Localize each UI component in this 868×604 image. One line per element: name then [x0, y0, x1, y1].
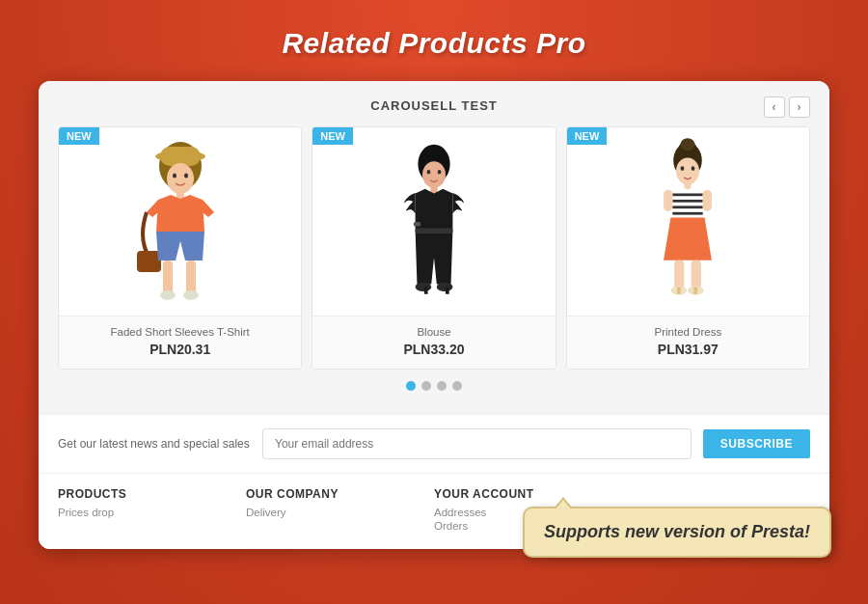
product-image-1: NEW: [59, 127, 301, 316]
svg-rect-34: [664, 189, 672, 210]
svg-point-20: [437, 282, 453, 290]
svg-rect-36: [674, 260, 684, 288]
svg-point-13: [422, 161, 446, 188]
product-image-3: NEW: [567, 127, 809, 316]
product-name-2: Blouse: [320, 326, 547, 338]
newsletter-section: Get our latest news and special sales SU…: [39, 414, 829, 473]
main-card: CAROUSELL TEST ‹ › NEW: [39, 81, 829, 549]
svg-point-28: [692, 166, 695, 171]
svg-point-26: [676, 157, 699, 184]
dot-4[interactable]: [452, 381, 462, 391]
product-info-1: Faded Short Sleeves T-Shirt PLN20.31: [59, 316, 301, 369]
svg-point-27: [681, 166, 685, 171]
svg-point-19: [416, 282, 432, 290]
svg-point-11: [183, 290, 199, 300]
svg-rect-8: [163, 261, 173, 294]
presta-badge: Supports new version of Presta!: [523, 507, 831, 558]
products-grid: NEW: [58, 126, 810, 370]
svg-rect-41: [694, 287, 698, 293]
svg-rect-9: [186, 261, 196, 294]
product-card-3[interactable]: NEW: [566, 126, 810, 370]
svg-point-14: [427, 170, 431, 175]
svg-point-25: [681, 138, 695, 151]
footer-col-products: PRODUCTS Prices drop: [58, 487, 246, 534]
footer-link-prices-drop[interactable]: Prices drop: [58, 507, 246, 518]
dot-1[interactable]: [406, 381, 416, 391]
product-name-3: Printed Dress: [575, 326, 801, 338]
footer-col-account-title: YOUR ACCOUNT: [434, 487, 622, 501]
product-svg-1: [118, 127, 243, 316]
new-badge-2: NEW: [312, 127, 353, 145]
svg-rect-7: [137, 251, 161, 272]
carousel-title: CAROUSELL TEST: [370, 98, 498, 113]
svg-rect-18: [414, 222, 420, 227]
product-card-2[interactable]: NEW: [312, 126, 556, 370]
new-badge-3: NEW: [567, 127, 608, 145]
email-input[interactable]: [262, 428, 692, 459]
svg-rect-33: [673, 211, 703, 214]
subscribe-button[interactable]: SUBSCRIBE: [703, 429, 810, 458]
product-svg-2: [376, 127, 492, 316]
footer-link-delivery[interactable]: Delivery: [246, 507, 434, 518]
product-info-3: Printed Dress PLN31.97: [567, 316, 809, 369]
carousel-navigation: ‹ ›: [764, 96, 810, 118]
svg-rect-22: [446, 287, 449, 293]
product-name-1: Faded Short Sleeves T-Shirt: [67, 326, 293, 338]
svg-point-4: [173, 173, 176, 178]
product-image-2: NEW: [312, 127, 555, 316]
carousel-dots: [58, 370, 810, 398]
product-info-2: Blouse PLN33.20: [312, 316, 555, 369]
footer-col-company: OUR COMPANY Delivery: [246, 487, 434, 534]
svg-rect-37: [692, 260, 701, 288]
product-price-2: PLN33.20: [320, 342, 547, 357]
new-badge-1: NEW: [59, 127, 99, 145]
svg-point-15: [438, 170, 442, 175]
svg-point-3: [167, 163, 194, 194]
footer-col-products-title: PRODUCTS: [58, 487, 246, 501]
svg-rect-21: [424, 287, 428, 293]
page-title: Related Products Pro: [0, 0, 868, 81]
svg-point-10: [160, 290, 176, 300]
footer-col-company-title: OUR COMPANY: [246, 487, 434, 501]
svg-rect-30: [673, 193, 703, 196]
svg-rect-40: [677, 287, 681, 293]
svg-rect-31: [673, 199, 703, 202]
newsletter-text: Get our latest news and special sales: [58, 437, 251, 451]
svg-rect-32: [673, 206, 703, 208]
dot-3[interactable]: [437, 381, 447, 391]
product-price-1: PLN20.31: [67, 342, 293, 357]
dot-2[interactable]: [421, 381, 431, 391]
svg-rect-17: [416, 228, 453, 233]
svg-point-5: [184, 173, 188, 178]
product-card-1[interactable]: NEW: [58, 126, 302, 370]
next-arrow[interactable]: ›: [789, 96, 810, 118]
svg-rect-35: [703, 189, 712, 210]
product-svg-3: [630, 127, 746, 316]
product-price-3: PLN31.97: [575, 342, 801, 357]
carousel-section: CAROUSELL TEST ‹ › NEW: [39, 81, 829, 414]
prev-arrow[interactable]: ‹: [764, 96, 785, 118]
carousel-title-row: CAROUSELL TEST ‹ ›: [58, 98, 810, 113]
presta-badge-text: Supports new version of Presta!: [544, 522, 810, 541]
